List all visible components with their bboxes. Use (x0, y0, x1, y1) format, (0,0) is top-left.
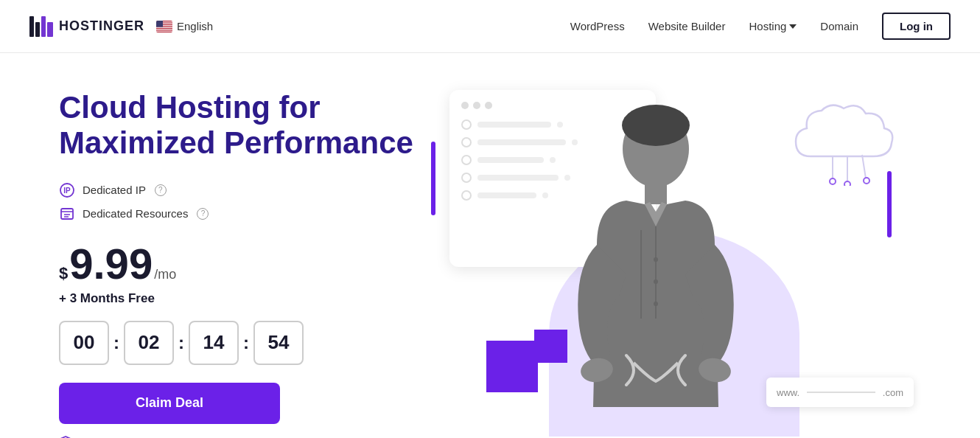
dedicated-resources-icon (59, 206, 75, 222)
svg-rect-0 (29, 16, 34, 37)
timer-sep-2: : (177, 333, 186, 353)
row-circle-2 (461, 137, 472, 147)
purple-square-small (534, 330, 567, 363)
logo-text: HOSTINGER (59, 18, 144, 34)
svg-rect-10 (156, 30, 172, 31)
chevron-down-icon (789, 24, 797, 29)
dot-2 (473, 102, 480, 109)
domain-suffix: .com (883, 387, 903, 398)
svg-rect-14 (61, 209, 73, 219)
timer-sep-3: : (242, 333, 251, 353)
navbar: HOSTINGER English WordPress Website Buil… (0, 0, 980, 53)
price-dollar: $ (59, 264, 68, 283)
nav-domain[interactable]: Domain (820, 20, 858, 32)
nav-wordpress[interactable]: WordPress (570, 20, 625, 32)
svg-point-25 (622, 105, 690, 146)
hero-title: Cloud Hosting for Maximized Performance (59, 90, 427, 161)
timer-sep-1: : (112, 333, 121, 353)
svg-rect-1 (35, 22, 40, 37)
row-circle-5 (461, 190, 472, 201)
feature-list: IP Dedicated IP ? Dedicated Resources ? (59, 182, 427, 222)
domain-prefix: www. (777, 387, 799, 398)
help-icon-ip[interactable]: ? (155, 184, 167, 196)
help-icon-resources[interactable]: ? (197, 208, 209, 220)
price-period: /mo (154, 267, 176, 282)
svg-point-22 (844, 181, 850, 186)
svg-point-30 (654, 279, 658, 284)
hero-section: Cloud Hosting for Maximized Performance … (0, 53, 980, 438)
svg-rect-9 (156, 29, 172, 29)
timer-hours: 00 (59, 321, 109, 365)
timer-seconds2: 54 (253, 321, 304, 365)
svg-rect-3 (47, 22, 53, 37)
svg-point-31 (654, 302, 658, 306)
nav-website-builder[interactable]: Website Builder (648, 20, 726, 32)
svg-text:IP: IP (63, 187, 71, 195)
dot-3 (485, 102, 492, 109)
domain-bar: www. .com (766, 378, 914, 407)
svg-point-21 (830, 178, 836, 184)
login-button[interactable]: Log in (882, 13, 951, 40)
hero-right: www. .com (427, 83, 921, 437)
vertical-bar-left (431, 142, 435, 215)
svg-rect-26 (645, 182, 667, 204)
vertical-bar-right (887, 171, 892, 237)
navbar-left: HOSTINGER English (29, 16, 213, 37)
person-image (516, 83, 796, 437)
row-circle-1 (461, 119, 472, 130)
dot-1 (461, 102, 469, 109)
feature-dedicated-ip: IP Dedicated IP ? (59, 182, 427, 198)
domain-line (807, 392, 875, 393)
row-circle-4 (461, 173, 472, 183)
svg-point-23 (864, 178, 869, 184)
timer-minutes: 02 (124, 321, 174, 365)
price-block: $ 9.99 /mo (59, 243, 427, 285)
timer-seconds1: 14 (189, 321, 239, 365)
hero-left: Cloud Hosting for Maximized Performance … (59, 83, 427, 438)
purple-square-large (486, 341, 538, 392)
logo[interactable]: HOSTINGER (29, 16, 144, 37)
row-circle-3 (461, 155, 472, 165)
dedicated-ip-icon: IP (59, 182, 75, 198)
nav-hosting[interactable]: Hosting (749, 20, 797, 32)
feature-dedicated-resources: Dedicated Resources ? (59, 206, 427, 222)
price-amount: 9.99 (69, 243, 153, 285)
free-months: + 3 Months Free (59, 291, 427, 306)
guarantee-text: 30-Day Money-Back Guarantee (59, 436, 427, 438)
navbar-right: WordPress Website Builder Hosting Domain… (570, 13, 951, 40)
svg-rect-2 (41, 16, 46, 37)
claim-deal-button[interactable]: Claim Deal (59, 383, 280, 424)
shield-icon (59, 436, 72, 438)
language-selector[interactable]: English (156, 20, 213, 32)
language-label: English (177, 20, 213, 32)
svg-point-29 (654, 257, 658, 262)
svg-rect-8 (156, 27, 172, 27)
svg-line-20 (862, 155, 866, 178)
svg-rect-11 (156, 21, 163, 27)
countdown-timer: 00 : 02 : 14 : 54 (59, 321, 427, 365)
